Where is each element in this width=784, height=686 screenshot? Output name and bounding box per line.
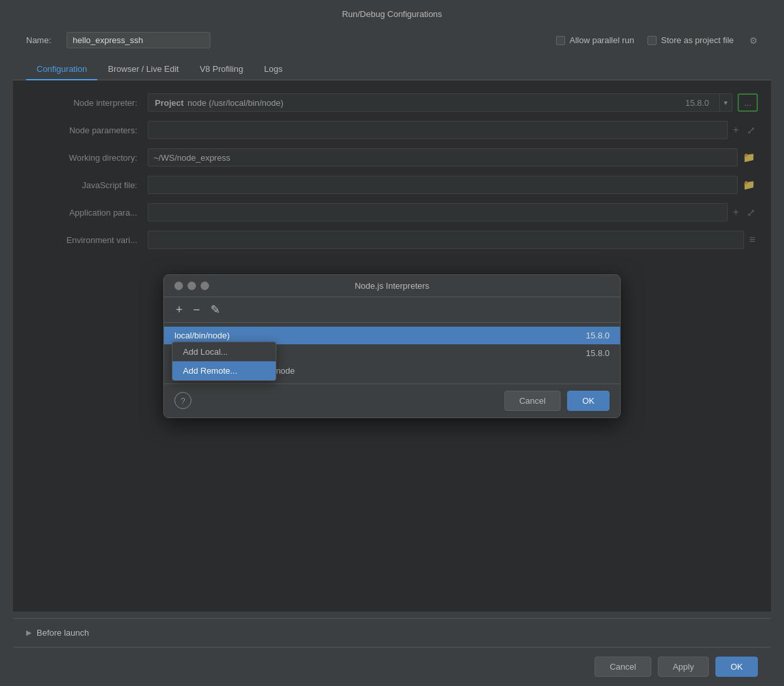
store-project-label: Store as project file bbox=[661, 35, 734, 45]
traffic-lights bbox=[174, 282, 209, 290]
tab-logs[interactable]: Logs bbox=[253, 59, 293, 80]
add-local-menu-item[interactable]: Add Local... bbox=[172, 342, 276, 361]
node-interpreters-dialog: Node.js Interpreters + − ✎ Add Local... … bbox=[163, 274, 621, 418]
main-container: Name: Allow parallel run Store as projec… bbox=[13, 25, 771, 686]
name-input[interactable] bbox=[67, 32, 210, 48]
main-apply-btn[interactable]: Apply bbox=[658, 657, 710, 677]
traffic-light-close[interactable] bbox=[174, 282, 183, 290]
name-row: Name: Allow parallel run Store as projec… bbox=[13, 25, 771, 59]
modal-overlay: Node.js Interpreters + − ✎ Add Local... … bbox=[13, 80, 771, 612]
add-remote-menu-item[interactable]: Add Remote... bbox=[172, 361, 276, 380]
main-cancel-btn[interactable]: Cancel bbox=[595, 657, 651, 677]
allow-parallel-label: Allow parallel run bbox=[570, 35, 634, 45]
modal-ok-btn[interactable]: OK bbox=[567, 391, 610, 411]
add-interpreter-btn[interactable]: + bbox=[172, 302, 187, 317]
add-context-menu: Add Local... Add Remote... bbox=[172, 342, 276, 381]
tab-browser-live-edit[interactable]: Browser / Live Edit bbox=[97, 59, 189, 80]
store-project-option[interactable]: Store as project file bbox=[647, 35, 734, 45]
dialog-title: Run/Debug Configurations bbox=[0, 0, 784, 25]
allow-parallel-checkbox[interactable] bbox=[556, 36, 565, 45]
before-launch-label: Before launch bbox=[37, 628, 89, 638]
before-launch-triangle-icon: ▶ bbox=[26, 629, 31, 637]
modal-titlebar: Node.js Interpreters bbox=[164, 275, 620, 297]
tab-configuration[interactable]: Configuration bbox=[26, 59, 97, 80]
interpreter-version-node: 15.8.0 bbox=[586, 348, 610, 358]
interpreter-version-local: 15.8.0 bbox=[586, 331, 610, 340]
gear-icon[interactable]: ⚙ bbox=[749, 35, 758, 46]
modal-toolbar: + − ✎ Add Local... Add Remote... bbox=[164, 297, 620, 323]
allow-parallel-option[interactable]: Allow parallel run bbox=[556, 35, 634, 45]
bottom-buttons-row: Cancel Apply OK bbox=[13, 647, 771, 686]
modal-footer: ? Cancel OK bbox=[164, 384, 620, 417]
before-launch-section[interactable]: ▶ Before launch bbox=[13, 618, 771, 647]
traffic-light-minimize[interactable] bbox=[188, 282, 196, 290]
modal-title: Node.js Interpreters bbox=[355, 281, 429, 291]
options-group: Allow parallel run Store as project file… bbox=[556, 35, 758, 46]
store-project-checkbox[interactable] bbox=[647, 36, 657, 45]
interpreter-name-local: local/bin/node) bbox=[174, 331, 586, 340]
content-area: Node interpreter: Project node (/usr/loc… bbox=[13, 80, 771, 612]
main-ok-btn[interactable]: OK bbox=[715, 657, 758, 677]
tab-v8-profiling[interactable]: V8 Profiling bbox=[189, 59, 253, 80]
name-label: Name: bbox=[26, 35, 51, 45]
tabs-row: Configuration Browser / Live Edit V8 Pro… bbox=[13, 59, 771, 80]
modal-help-btn[interactable]: ? bbox=[174, 392, 191, 409]
edit-interpreter-btn[interactable]: ✎ bbox=[206, 302, 224, 317]
modal-cancel-btn[interactable]: Cancel bbox=[504, 391, 561, 411]
remove-interpreter-btn[interactable]: − bbox=[189, 302, 204, 317]
traffic-light-maximize[interactable] bbox=[201, 282, 209, 290]
